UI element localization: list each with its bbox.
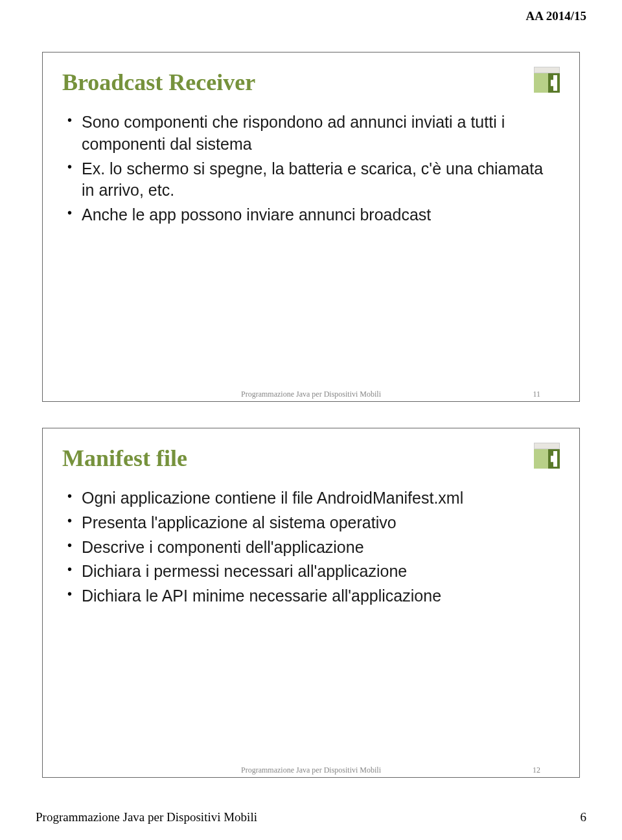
bullet-item: Ex. lo schermo si spegne, la batteria e … xyxy=(82,158,560,202)
slide-title: Manifest file xyxy=(62,445,560,472)
university-logo xyxy=(534,67,560,96)
bullet-item: Anche le app possono inviare annunci bro… xyxy=(82,204,560,226)
slide-footer-label: Programmazione Java per Dispositivi Mobi… xyxy=(241,390,381,399)
page-header: AA 2014/15 xyxy=(526,9,586,23)
slide-1: Broadcast Receiver Sono componenti che r… xyxy=(42,52,580,402)
bullet-item: Sono componenti che rispondono ad annunc… xyxy=(82,111,560,156)
slide-title: Broadcast Receiver xyxy=(62,69,560,96)
bullet-item: Ogni applicazione contiene il file Andro… xyxy=(82,487,560,509)
bullet-item: Descrive i componenti dell'applicazione xyxy=(82,537,560,559)
slide-footer-number: 11 xyxy=(533,390,540,399)
bullet-list: Ogni applicazione contiene il file Andro… xyxy=(62,487,560,607)
bullet-item: Dichiara i permessi necessari all'applic… xyxy=(82,561,560,583)
page-footer: Programmazione Java per Dispositivi Mobi… xyxy=(36,810,586,824)
page-footer-label: Programmazione Java per Dispositivi Mobi… xyxy=(36,810,257,824)
slide-2: Manifest file Ogni applicazione contiene… xyxy=(42,428,580,778)
page-footer-number: 6 xyxy=(581,810,587,824)
slide-footer-number: 12 xyxy=(533,765,540,775)
university-logo xyxy=(534,443,560,472)
bullet-item: Dichiara le API minime necessarie all'ap… xyxy=(82,585,560,607)
slide-footer-label: Programmazione Java per Dispositivi Mobi… xyxy=(241,765,381,775)
bullet-list: Sono componenti che rispondono ad annunc… xyxy=(62,111,560,226)
bullet-item: Presenta l'applicazione al sistema opera… xyxy=(82,512,560,534)
